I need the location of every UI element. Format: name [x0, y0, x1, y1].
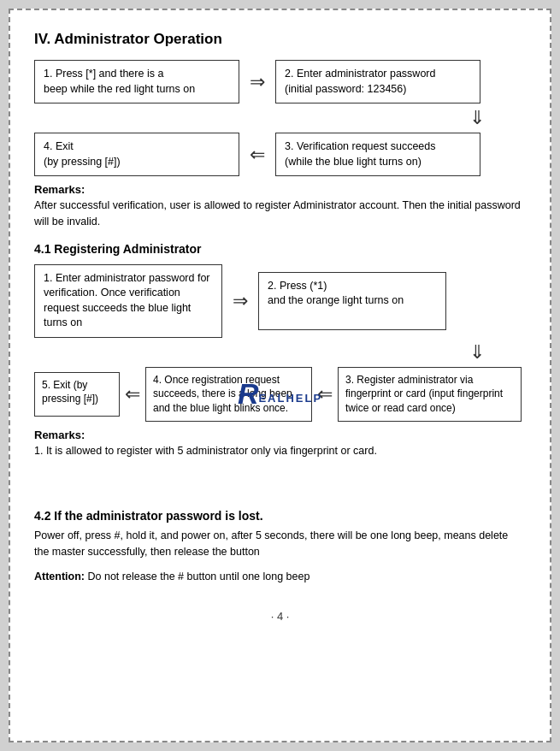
section41-box2: 2. Press (*1)and the orange light turns … — [258, 272, 446, 330]
section41-box1: 1. Enter administrator password for veri… — [34, 264, 222, 338]
flow1-box1: 1. Press [*] and there is abeep while th… — [34, 60, 239, 103]
section41-title: 4.1 Registering Administrator — [34, 242, 526, 256]
section41-arrow3: ⇐ — [125, 383, 140, 405]
section41-flow-row1: 1. Enter administrator password for veri… — [34, 264, 526, 338]
remarks2-section: Remarks: 1. It is allowed to register wi… — [34, 429, 526, 459]
page-title: IV. Administrator Operation — [34, 31, 526, 48]
flow1-arrow-left: ⇐ — [250, 144, 265, 166]
section42-area: 4.2 If the administrator password is los… — [34, 509, 526, 586]
remarks1-section: Remarks: After successful verification, … — [34, 183, 526, 230]
section41-box4: 4. Once registration request succeeds, t… — [145, 367, 312, 422]
remarks2-title: Remarks: — [34, 429, 526, 441]
attention-label: Attention: — [34, 571, 85, 582]
remarks1-title: Remarks: — [34, 183, 526, 196]
section41-arrow-down-container: ⇓ — [34, 341, 526, 364]
remarks1-text: After successful verification, user is a… — [34, 198, 526, 230]
remarks2-text: 1. It is allowed to register with 5 admi… — [34, 443, 526, 459]
flow1-box2: 2. Enter administrator password(initial … — [275, 60, 480, 103]
section41-box3: 3. Register administrator via fingerprin… — [338, 367, 522, 422]
page: IV. Administrator Operation 1. Press [*]… — [9, 9, 551, 742]
section41-arrow2: ⇐ — [317, 383, 333, 405]
flow1-row1: 1. Press [*] and there is abeep while th… — [34, 60, 526, 103]
section41-arrow1: ⇒ — [233, 290, 248, 312]
flow1-row2: 4. Exit(by pressing [#]) ⇐ 3. Verificati… — [34, 133, 526, 176]
flow1-arrow-down-container: ⇓ — [34, 107, 526, 129]
section41-flow-bottom: 5. Exit (by pressing [#]) ⇐ 4. Once regi… — [34, 367, 526, 422]
section41-box5: 5. Exit (by pressing [#]) — [34, 372, 120, 417]
section42-title: 4.2 If the administrator password is los… — [34, 509, 526, 523]
section42-text: Power off, press #, hold it, and power o… — [34, 528, 526, 561]
flow1-arrow-down: ⇓ — [469, 107, 485, 129]
flow1-box3: 3. Verification request succeeds(while t… — [275, 133, 480, 176]
page-number: · 4 · — [34, 610, 526, 623]
section42-attention: Attention: Do not release the # button u… — [34, 569, 526, 585]
attention-body: Do not release the # button until one lo… — [88, 571, 310, 582]
section41-row2: 5. Exit (by pressing [#]) ⇐ 4. Once regi… — [34, 367, 526, 422]
flow1-box4: 4. Exit(by pressing [#]) — [34, 133, 239, 176]
section41-arrow-down: ⇓ — [469, 341, 485, 364]
flow1-arrow-right: ⇒ — [250, 71, 265, 93]
